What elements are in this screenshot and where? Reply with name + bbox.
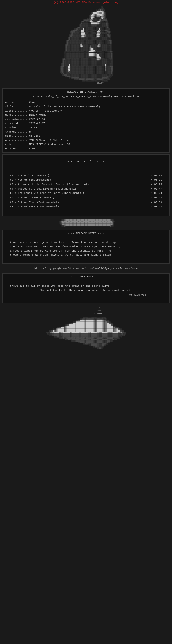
greetings-text: Shout out to all of those who keep the d… (5, 282, 167, 300)
rip-date-key: rip date....... (5, 117, 29, 122)
genre-value: Black Metal (29, 113, 47, 117)
url-section: https://play.google.com/store/music/albu… (5, 265, 167, 272)
bottom-ascii-image: + +++ +++++ +++++++ +++++++++ ||| (46, 307, 126, 349)
info-row-title: title.......... Animals of the Concrete … (5, 105, 167, 109)
track-item: 02 > Mother (Instrumental) < 05:01 (10, 178, 162, 182)
tracks-value: 8 (29, 130, 31, 134)
url-text[interactable]: https://play.google.com/store/music/albu… (34, 267, 138, 270)
size-value: 65.91MB (29, 134, 40, 138)
track-name-7: 07 > Bottom Town (Instrumental) (10, 200, 59, 205)
greetings-line-1: Shout out to all of those who keep the d… (10, 284, 162, 288)
track-name-4: 04 > Wasted by Cruel Living (Instrumenta… (10, 187, 76, 191)
info-row-codec: codec.......... MP3 (MPEG-1 Audio Layer … (5, 142, 167, 147)
tracklist-divider-bottom: ----------------------------------------… (5, 165, 167, 168)
info-row-quality: quality........ VBR 320kbps 44.1kHz Ster… (5, 138, 167, 143)
label-value: <<GRUMP Productions>> (29, 109, 62, 113)
release-info-table: artist......... Crust title.......... An… (5, 100, 167, 151)
info-row-runtime: runtime........ 28:33 (5, 126, 167, 130)
info-row-label: label.......... <<GRUMP Productions>> (5, 109, 167, 113)
greetings-line-2: Special thanks to those who have paved t… (10, 288, 162, 293)
encoder-value: LAME (29, 147, 35, 151)
size-key: size........... (5, 134, 29, 138)
greetings-section: · •< GREETINGS >• · Shout out to all of … (3, 273, 169, 304)
title-value: Animals of the Concrete Forest (Instrume… (29, 105, 100, 109)
release-notes-header: · •< RELEASE NOTES >• · (5, 232, 167, 235)
mid-ascii-border: ░░▒▒▓▓██████████████████████████████████… (0, 218, 172, 228)
info-row-encoder: encoder........ LAME (5, 147, 167, 151)
track-item: 04 > Wasted by Cruel Living (Instrumenta… (10, 187, 162, 191)
tracklist-header: · •< t r a c k . l i s t >• · (5, 160, 167, 163)
info-row-artist: artist......... Crust (5, 100, 167, 105)
retail-date-key: retail date.... (5, 122, 29, 126)
encoder-key: encoder........ (5, 147, 29, 151)
info-row-rip-date: rip date....... 2020-07-16 (5, 117, 167, 122)
track-item: 06 > The Fall (Instrumental) < 01:18 (10, 196, 162, 200)
track-name-1: 01 > Intro (Instrumental) (10, 174, 50, 178)
title-key: title.......... (5, 105, 29, 109)
tracklist-divider-top: ----------------------------------------… (5, 157, 167, 160)
track-name-3: 03 > Animals of the Concrete Forest (Ins… (10, 182, 89, 187)
track-time-7: < 03:30 (151, 200, 162, 205)
top-ascii-art: ░░ ░░▒▒░░ ░░▒▒██▒▒░░ ░▒▒████████▒░ ░▒███… (0, 4, 172, 87)
runtime-key: runtime........ (5, 126, 29, 130)
release-filename: Crust-Animals_of_the_Concrete_Forest_(In… (5, 95, 167, 98)
track-item: 03 > Animals of the Concrete Forest (Ins… (10, 182, 162, 187)
border-art-mid: ░░▒▒▓▓██████████████████████████████████… (0, 220, 172, 226)
codec-key: codec.......... (5, 142, 29, 147)
quality-value: VBR 320kbps 44.1kHz Stereo (29, 138, 70, 143)
copyright-text: (c) 2006-2025 MP3 NFO Database [nfodb.ru… (54, 1, 118, 4)
track-name-8: 08 > The Release (Instrumental) (10, 204, 59, 209)
track-list: 01 > Intro (Instrumental) < 01:00 02 > M… (5, 171, 167, 212)
tracklist-section: ----------------------------------------… (3, 154, 169, 216)
track-time-4: < 03:47 (151, 187, 162, 191)
release-info-title: RELEASE INFORMATION for: (5, 90, 167, 93)
track-time-3: < 05:25 (151, 182, 162, 187)
quality-key: quality........ (5, 138, 29, 143)
track-item: 01 > Intro (Instrumental) < 01:00 (10, 174, 162, 178)
rip-date-value: 2020-07-16 (29, 117, 45, 122)
greetings-header: · •< GREETINGS >• · (5, 275, 167, 278)
label-key: label.......... (5, 109, 29, 113)
copyright-header: (c) 2006-2025 MP3 NFO Database [nfodb.ru… (0, 0, 172, 4)
track-time-8: < 03:12 (151, 204, 162, 209)
track-item: 08 > The Release (Instrumental) < 03:12 (10, 204, 162, 209)
track-time-5: < 05:20 (151, 191, 162, 196)
info-row-retail-date: retail date.... 2020-07-17 (5, 122, 167, 126)
genre-key: genre.......... (5, 113, 29, 117)
retail-date-value: 2020-07-17 (29, 122, 45, 126)
track-item: 07 > Bottom Town (Instrumental) < 03:30 (10, 200, 162, 205)
greetings-line-3: We miss you! (10, 293, 162, 297)
track-time-2: < 05:01 (151, 178, 162, 182)
release-notes-section: · •< RELEASE NOTES >• · Crust was a musi… (3, 230, 169, 263)
release-notes-text: Crust was a musical group from Austin, T… (5, 238, 167, 260)
info-row-genre: genre.......... Black Metal (5, 113, 167, 117)
artist-key: artist......... (5, 100, 29, 105)
codec-value: MP3 (MPEG-1 Audio Layer 3) (29, 142, 70, 147)
track-time-1: < 01:00 (151, 174, 162, 178)
runtime-value: 28:33 (29, 126, 37, 130)
info-row-tracks: tracks......... 8 (5, 130, 167, 134)
track-name-5: 05 > The Final Violence of Death (Instru… (10, 191, 84, 196)
info-row-size: size........... 65.91MB (5, 134, 167, 138)
bottom-ascii-art: + +++ +++++ +++++++ +++++++++ ||| (0, 305, 172, 352)
artist-value: Crust (29, 100, 37, 105)
track-name-2: 02 > Mother (Instrumental) (10, 178, 51, 182)
track-item: 05 > The Final Violence of Death (Instru… (10, 191, 162, 196)
ascii-image: ░░ ░░▒▒░░ ░░▒▒██▒▒░░ ░▒▒████████▒░ ░▒███… (58, 7, 114, 85)
notes-content: Crust was a musical group from Austin, T… (10, 241, 120, 256)
tracks-key: tracks......... (5, 130, 29, 134)
release-info-section: RELEASE INFORMATION for: Crust-Animals_o… (3, 88, 169, 153)
track-time-6: < 01:18 (151, 196, 162, 200)
track-name-6: 06 > The Fall (Instrumental) (10, 196, 54, 200)
